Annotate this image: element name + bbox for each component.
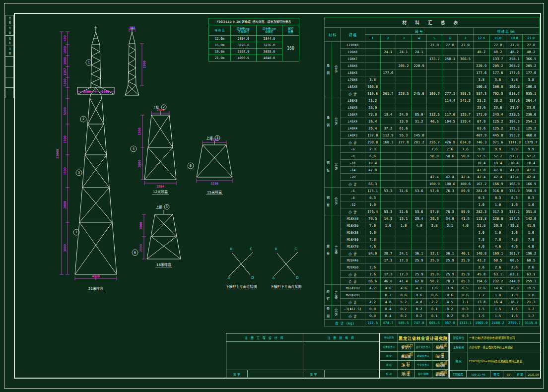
material-weight	[442, 83, 458, 90]
material-weight: 70.5	[365, 215, 380, 222]
material-weight	[396, 97, 411, 104]
signoff-cell	[5, 67, 14, 77]
material-spec: 小 计	[341, 250, 365, 257]
material-weight: 100.9	[427, 181, 442, 188]
material-weight: 50.6	[458, 153, 473, 160]
material-weight: 971.6	[489, 139, 506, 146]
material-weight: 1.5	[489, 306, 506, 313]
material-weight: 132.5	[427, 111, 442, 118]
material-weight: 13.8	[473, 299, 489, 306]
material-spec: L70X6	[341, 76, 365, 83]
material-weight: 137.6	[506, 97, 523, 104]
signoff-cell	[5, 77, 14, 88]
material-spec: -6	[341, 188, 365, 195]
material-row: L45X426.413.931.246.5104.5139.467.9125.2…	[325, 118, 540, 125]
material-weight: 24.1	[396, 49, 411, 56]
material-weight	[442, 69, 458, 76]
material-weight: 1.0	[489, 201, 506, 208]
material-weight	[458, 167, 473, 174]
material-row: M20X2000.20.60.60.60.60.61.21.81.81.8	[325, 292, 540, 299]
material-weight: 181.7	[506, 250, 523, 257]
material-spec: L80X5	[341, 69, 365, 76]
sign-label: 签 字	[303, 370, 325, 378]
material-weight: 460.8	[523, 132, 540, 139]
material-weight: 48.2	[473, 49, 489, 56]
material-weight	[396, 181, 411, 188]
material-weight	[427, 76, 442, 83]
material-weight: 25.9	[442, 257, 458, 264]
signoff-cell	[5, 88, 14, 98]
material-weight: 26.4	[365, 118, 380, 125]
material-spec: M16X180	[341, 285, 365, 292]
material-weight: 168.3	[380, 139, 396, 146]
material-weight	[458, 195, 473, 201]
material-spec: M20X45	[341, 257, 365, 264]
material-weight	[380, 56, 396, 63]
material-weight: 14.3	[380, 215, 396, 222]
material-weight: 250.1	[506, 56, 523, 63]
material-weight	[396, 146, 411, 153]
material-weight: 23.6	[489, 104, 506, 111]
material-grade: Q345	[332, 42, 341, 97]
material-spec: L80X6	[341, 63, 365, 69]
signature: 罗宝力	[400, 343, 413, 350]
material-weight: 282.3	[473, 208, 489, 215]
material-weight: 25.9	[411, 257, 427, 264]
material-weight	[458, 69, 473, 76]
material-weight	[396, 201, 411, 208]
material-weight: 4.5	[442, 299, 458, 306]
material-weight: 1.0	[523, 229, 540, 236]
material-weight	[427, 83, 442, 90]
material-weight: 426.9	[442, 139, 458, 146]
material-weight	[411, 264, 427, 271]
material-weight: 317.3	[489, 208, 506, 215]
material-weight	[427, 201, 442, 208]
material-weight: 36.1	[411, 250, 427, 257]
material-spec: L40X4	[341, 125, 365, 132]
material-weight: 818.7	[506, 90, 523, 97]
material-weight	[396, 76, 411, 83]
material-weight	[411, 146, 427, 153]
material-weight: 106.8	[473, 83, 489, 90]
material-summary-table: 材 料 汇 总 表材 料规 格段 号呼 称 高 (m)123456712.015…	[324, 17, 540, 327]
material-weight: 36.1	[442, 250, 458, 257]
material-weight	[380, 83, 396, 90]
material-weight: 4.6	[489, 243, 506, 250]
material-weight	[442, 264, 458, 271]
material-weight: 0.4	[380, 313, 396, 320]
material-weight: 48.2	[506, 49, 523, 56]
material-weight: 7.8	[506, 236, 523, 243]
material-weight: 10.4	[473, 160, 489, 167]
material-weight	[380, 160, 396, 167]
material-weight: 14.6	[489, 285, 506, 292]
material-weight: 25.9	[458, 271, 473, 278]
material-weight: 232.2	[489, 278, 506, 285]
material-weight	[411, 83, 427, 90]
material-row: 钢 板Q345-62.37.67.67.69.99.99.99.9	[325, 146, 540, 153]
material-weight	[442, 76, 458, 83]
material-weight: 10.4	[523, 160, 540, 167]
material-weight: 61.6	[396, 125, 411, 132]
material-weight: 23.2	[473, 97, 489, 104]
height-table-row: 12.0m2804.02844.0160	[209, 36, 299, 42]
material-weight	[411, 181, 427, 188]
material-weight: 15.1	[396, 215, 411, 222]
material-row: -80.30.30.30.30.3	[325, 195, 540, 201]
material-weight: 63.6	[473, 125, 489, 132]
material-weight	[380, 174, 396, 181]
material-weight: 112.9	[380, 132, 396, 139]
material-spec: M20X200	[341, 292, 365, 299]
material-weight: 42.4	[458, 174, 473, 181]
material-weight	[396, 153, 411, 160]
material-weight: 1.2	[473, 292, 489, 299]
material-weight: 27.0	[506, 42, 523, 49]
material-weight: 9.9	[473, 146, 489, 153]
material-weight: 42.4	[489, 174, 506, 181]
material-weight: 0.4	[380, 306, 396, 313]
material-weight: 23.2	[489, 97, 506, 104]
material-row: -1010.410.410.410.410.4	[325, 160, 540, 167]
material-weight: 106.8	[489, 83, 506, 90]
signature: 王 翌	[400, 361, 410, 368]
material-weight: 9.9	[506, 146, 523, 153]
material-row: M20X4517.317.325.925.925.925.943.260.560…	[325, 257, 540, 264]
